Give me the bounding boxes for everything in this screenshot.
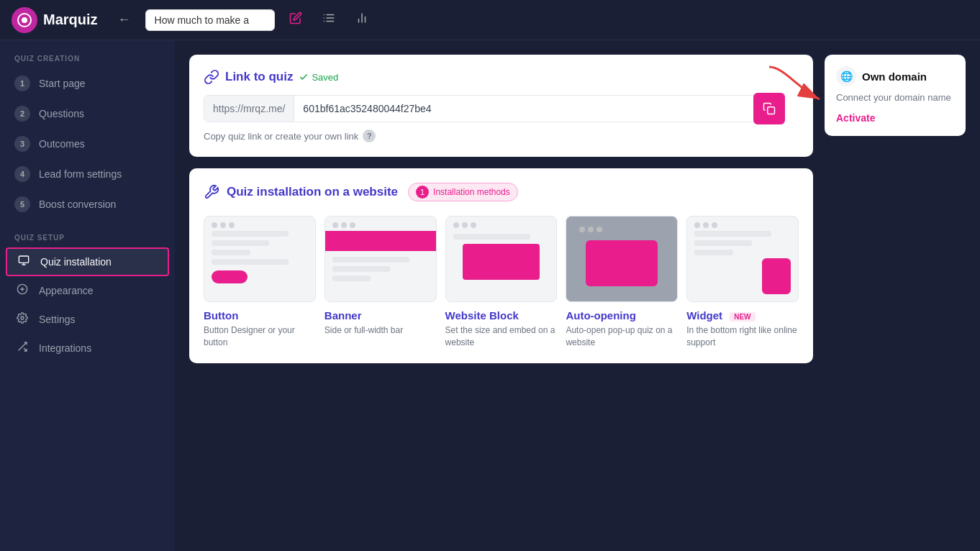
- install-methods-label: Installation methods: [433, 187, 510, 197]
- sidebar-label-outcomes: Outcomes: [39, 138, 85, 150]
- svg-rect-11: [19, 256, 28, 263]
- method-wb-preview: [445, 216, 558, 302]
- logo-text: Marquiz: [43, 12, 98, 28]
- content-main: Link to quiz Saved https://mrqz.me/ 601b…: [189, 55, 813, 537]
- help-icon[interactable]: ?: [363, 129, 376, 142]
- step-num-3: 3: [14, 136, 30, 152]
- method-button-desc: Button Designer or your button: [204, 324, 316, 349]
- main-layout: QUIZ CREATION 1 Start page 2 Questions 3…: [0, 40, 980, 551]
- step-num-5: 5: [14, 196, 30, 212]
- copy-button[interactable]: [753, 93, 785, 124]
- link-card-title: Link to quiz: [225, 70, 293, 84]
- od-header: 🌐 Own domain: [836, 66, 954, 86]
- topbar: Marquiz ←: [0, 0, 980, 40]
- od-subtitle: Connect your domain name: [836, 92, 954, 103]
- link-icon: [204, 69, 219, 85]
- install-card-header: Quiz installation on a website 1 Install…: [204, 183, 799, 201]
- method-website-block[interactable]: Website Block Set the size and embed on …: [445, 216, 558, 349]
- method-widget-preview: [686, 216, 799, 302]
- install-title: Quiz installation on a website: [227, 185, 398, 199]
- link-to-quiz-card: Link to quiz Saved https://mrqz.me/ 601b…: [189, 55, 813, 157]
- check-icon: [299, 72, 309, 82]
- sidebar-item-questions[interactable]: 2 Questions: [0, 99, 175, 129]
- back-button[interactable]: ←: [112, 9, 137, 30]
- sidebar-label-lead-form: Lead form settings: [39, 168, 122, 180]
- method-wb-name: Website Block: [445, 309, 558, 322]
- method-wb-desc: Set the size and embed on a website: [445, 324, 558, 349]
- sidebar-label-quiz-installation: Quiz installation: [40, 256, 112, 268]
- logo-icon: [12, 7, 37, 33]
- logo: Marquiz: [12, 7, 98, 33]
- method-banner-desc: Side or full-width bar: [325, 324, 437, 337]
- sidebar-label-integrations: Integrations: [39, 342, 91, 354]
- sidebar-label-start-page: Start page: [39, 78, 86, 89]
- od-title: Own domain: [862, 70, 927, 83]
- svg-point-15: [21, 317, 24, 319]
- settings-icon: [14, 312, 30, 327]
- method-widget-desc: In the bottom right like online support: [686, 324, 799, 349]
- method-ao-desc: Auto-open pop-up quiz on a website: [566, 324, 678, 349]
- sidebar-item-appearance[interactable]: Appearance: [0, 276, 175, 305]
- method-auto-opening[interactable]: Auto-opening Auto-open pop-up quiz on a …: [566, 216, 678, 349]
- step-num-2: 2: [14, 106, 30, 122]
- chart-icon-button[interactable]: [350, 9, 374, 31]
- sidebar-label-settings: Settings: [39, 314, 76, 325]
- install-methods-grid: Button Button Designer or your button: [204, 216, 799, 349]
- method-button-preview: [204, 216, 316, 302]
- url-row: https://mrqz.me/ 601bf61ac352480044f27be…: [204, 95, 770, 122]
- wrench-icon: [204, 184, 219, 200]
- installation-icon: [16, 255, 32, 269]
- sidebar-item-integrations[interactable]: Integrations: [0, 334, 175, 363]
- method-ao-name: Auto-opening: [566, 309, 678, 322]
- content-area: Link to quiz Saved https://mrqz.me/ 601b…: [175, 40, 980, 551]
- back-icon: ←: [118, 12, 131, 27]
- edit-icon-button[interactable]: [283, 9, 308, 31]
- install-methods-badge[interactable]: 1 Installation methods: [408, 183, 518, 201]
- sidebar-item-quiz-installation[interactable]: Quiz installation: [6, 247, 169, 276]
- badge-num: 1: [416, 186, 429, 199]
- method-button[interactable]: Button Button Designer or your button: [204, 216, 316, 349]
- quiz-title-input[interactable]: [145, 9, 275, 31]
- install-card: Quiz installation on a website 1 Install…: [189, 168, 813, 363]
- svg-point-1: [22, 17, 27, 23]
- link-card-header: Link to quiz Saved: [204, 69, 799, 85]
- url-value: 601bf61ac352480044f27be4: [294, 96, 769, 122]
- content-side: 🌐 Own domain Connect your domain name Ac…: [825, 55, 966, 537]
- step-num-1: 1: [14, 76, 30, 91]
- method-banner[interactable]: Banner Side or full-width bar: [325, 216, 437, 349]
- url-prefix: https://mrqz.me/: [204, 96, 294, 122]
- widget-box: [762, 258, 791, 294]
- sidebar-item-outcomes[interactable]: 3 Outcomes: [0, 129, 175, 159]
- quiz-setup-label: QUIZ SETUP: [0, 234, 175, 247]
- step-num-4: 4: [14, 166, 30, 182]
- method-banner-name: Banner: [325, 309, 437, 322]
- sidebar-item-settings[interactable]: Settings: [0, 305, 175, 334]
- appearance-icon: [14, 283, 30, 298]
- integrations-icon: [14, 341, 30, 355]
- url-help: Copy quiz link or create your own link ?: [204, 129, 799, 142]
- own-domain-card: 🌐 Own domain Connect your domain name Ac…: [825, 55, 966, 136]
- saved-badge: Saved: [299, 72, 338, 83]
- sidebar-label-appearance: Appearance: [39, 285, 94, 296]
- sidebar-item-start-page[interactable]: 1 Start page: [0, 68, 175, 99]
- od-activate-link[interactable]: Activate: [836, 112, 875, 124]
- svg-rect-18: [768, 107, 775, 114]
- sidebar-item-lead-form[interactable]: 4 Lead form settings: [0, 159, 175, 189]
- method-widget[interactable]: Widget NEW In the bottom right like onli…: [686, 216, 799, 349]
- new-badge: NEW: [730, 312, 755, 322]
- list-icon-button[interactable]: [317, 9, 341, 31]
- quiz-creation-label: QUIZ CREATION: [0, 55, 175, 68]
- globe-icon: 🌐: [836, 66, 856, 86]
- sidebar-item-boost-conversion[interactable]: 5 Boost conversion: [0, 189, 175, 219]
- sidebar: QUIZ CREATION 1 Start page 2 Questions 3…: [0, 40, 175, 551]
- method-banner-preview: [325, 216, 437, 302]
- sidebar-label-boost-conversion: Boost conversion: [39, 199, 116, 210]
- method-widget-name: Widget NEW: [686, 309, 799, 322]
- copy-icon: [763, 102, 776, 115]
- method-ao-preview: [566, 216, 678, 302]
- sidebar-label-questions: Questions: [39, 108, 84, 119]
- method-button-name: Button: [204, 309, 316, 322]
